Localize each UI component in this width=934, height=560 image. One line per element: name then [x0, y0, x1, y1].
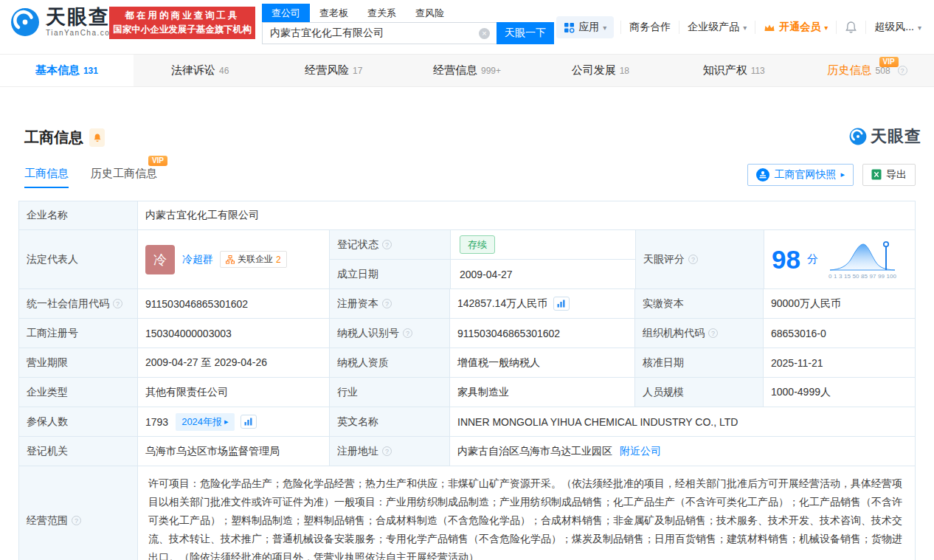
legal-rep-cell: 冷 冷超群 关联企业 2	[137, 230, 329, 288]
help-icon[interactable]	[382, 446, 392, 456]
tab-intellectual-property[interactable]: 知识产权 113	[667, 55, 800, 86]
search-tab-boss[interactable]: 查老板	[310, 4, 358, 22]
field-value-reg-authority: 乌海市乌达区市场监督管理局	[137, 437, 329, 466]
bell-icon	[845, 21, 857, 34]
vip-badge: VIP	[148, 156, 167, 166]
help-icon[interactable]	[708, 328, 718, 338]
field-label-reg-number: 工商注册号	[19, 319, 137, 348]
field-label-business-term: 营业期限	[19, 348, 137, 377]
bar-chart-icon	[244, 418, 253, 426]
field-value-paidin-capital: 90000万人民币	[763, 289, 915, 318]
legal-rep-avatar[interactable]: 冷	[145, 245, 175, 274]
nav-apps-label: 应用	[578, 21, 599, 34]
tab-label: 历史信息	[828, 63, 872, 77]
brand-name: 天眼查	[46, 7, 117, 27]
business-scope-label: 经营范围	[27, 514, 68, 528]
help-icon[interactable]	[113, 299, 122, 308]
tab-label: 基本信息	[35, 63, 80, 77]
tab-history-info[interactable]: VIP 历史信息 508	[800, 55, 934, 86]
arrow-right-icon	[840, 170, 845, 179]
nav-open-vip[interactable]: 开通会员	[755, 21, 836, 34]
field-label-reg-address: 注册地址	[329, 437, 449, 466]
help-icon[interactable]	[382, 240, 392, 249]
tab-label: 经营风险	[305, 63, 349, 77]
field-label-taxpayer-id: 纳税人识别号	[329, 319, 449, 348]
tab-label: 经营信息	[433, 63, 477, 77]
arrow-right-icon	[224, 417, 229, 426]
official-snapshot-button[interactable]: 工商官网快照	[747, 164, 854, 186]
related-label: 关联企业	[238, 253, 273, 266]
nav-enterprise-products[interactable]: 企业级产品	[679, 21, 755, 34]
vip-badge: VIP	[879, 57, 899, 67]
tyc-score-cell[interactable]: 98 分 0131	[764, 230, 915, 288]
field-label-taxpayer-quals: 纳税人资质	[329, 348, 449, 377]
field-value-approval-date: 2025-11-21	[763, 348, 915, 377]
tab-basic-info[interactable]: 基本信息 131	[0, 55, 134, 86]
field-value-reg-capital: 142857.14万人民币	[449, 289, 634, 318]
help-icon[interactable]	[688, 255, 698, 264]
tab-operation-risk[interactable]: 经营风险 17	[267, 55, 401, 86]
field-value-business-term: 2009-04-27 至 2029-04-26	[137, 348, 329, 377]
tab-company-development[interactable]: 公司发展 18	[533, 55, 667, 86]
search-tab-company[interactable]: 查公司	[262, 4, 310, 22]
field-value-industry: 家具制造业	[449, 378, 634, 407]
help-icon[interactable]	[382, 299, 392, 308]
subtab-history-business-info[interactable]: VIP 历史工商信息	[91, 167, 157, 188]
nav-enterprise-label: 企业级产品	[688, 21, 739, 34]
watermark-text: 天眼查	[871, 125, 921, 148]
subtab-business-info[interactable]: 工商信息	[24, 167, 69, 188]
field-label-establish-date: 成立日期	[330, 260, 450, 288]
related-companies-badge[interactable]: 关联企业 2	[220, 251, 287, 268]
nav-super-risk[interactable]: 超级风...	[865, 21, 930, 34]
insured-trend-button[interactable]	[241, 415, 257, 429]
brand-domain: TianYanCha.com	[46, 29, 117, 37]
reg-status-label: 登记状态	[337, 238, 378, 252]
help-icon[interactable]	[403, 328, 412, 338]
field-value-insured-count: 1793 2024年报	[137, 407, 329, 436]
field-label-reg-authority: 登记机关	[19, 437, 137, 466]
help-icon[interactable]	[898, 66, 907, 75]
search-tabs: 查公司 查老板 查关系 查风险	[262, 4, 554, 22]
nav-apps[interactable]: 应用	[556, 16, 614, 38]
field-label-tyc-score: 天眼评分	[635, 230, 764, 288]
legal-rep-name-link[interactable]: 冷超群	[182, 253, 213, 266]
annual-report-badge[interactable]: 2024年报	[176, 413, 234, 431]
search-input[interactable]	[262, 22, 497, 44]
nav-notifications[interactable]	[836, 21, 865, 34]
chevron-down-icon	[824, 24, 828, 32]
nav-vip-label: 开通会员	[779, 21, 820, 34]
credit-code-label: 统一社会信用代码	[27, 297, 109, 311]
chevron-down-icon	[603, 24, 606, 32]
related-count: 2	[276, 255, 281, 265]
tab-count: 113	[751, 66, 765, 76]
tab-legal-litigation[interactable]: 法律诉讼 46	[134, 55, 267, 86]
field-label-reg-status: 登记状态	[330, 230, 450, 259]
search-button[interactable]: 天眼一下	[497, 22, 554, 44]
promo-line1: 都在用的商业查询工具	[109, 9, 255, 23]
tab-label: 知识产权	[703, 63, 747, 77]
field-label-english-name: 英文名称	[329, 407, 449, 436]
capital-trend-button[interactable]	[553, 297, 570, 311]
help-icon[interactable]	[72, 516, 81, 525]
field-value-reg-address: 内蒙古自治区乌海市乌达工业园区 附近公司	[449, 437, 915, 466]
field-label-paidin-capital: 实缴资本	[634, 289, 763, 318]
tianyancha-logo[interactable]: 天眼查 TianYanCha.com	[10, 7, 117, 37]
chevron-down-icon	[743, 24, 747, 32]
search-tab-relation[interactable]: 查关系	[358, 4, 406, 22]
bell-icon	[93, 133, 102, 142]
bar-chart-icon	[557, 300, 566, 308]
subscribe-bell-button[interactable]	[89, 128, 105, 147]
top-navigation: 应用 商务合作 企业级产品 开通会员 超级风...	[556, 16, 930, 38]
tab-count: 18	[620, 66, 629, 76]
export-button[interactable]: 导出	[862, 164, 916, 186]
nearby-companies-link[interactable]: 附近公司	[620, 445, 661, 458]
tab-count: 46	[219, 66, 229, 76]
promo-banner: 都在用的商业查询工具 国家中小企业发展子基金旗下机构	[109, 7, 255, 39]
clear-icon[interactable]	[479, 28, 490, 39]
tab-operation-info[interactable]: 经营信息 999+	[401, 55, 534, 86]
nav-business-cooperation[interactable]: 商务合作	[620, 21, 679, 34]
field-value-establish-date: 2009-04-27	[450, 260, 635, 288]
tianyancha-watermark: 天眼查	[849, 125, 921, 148]
search-tab-risk[interactable]: 查风险	[406, 4, 454, 22]
section-title: 工商信息	[24, 128, 83, 148]
